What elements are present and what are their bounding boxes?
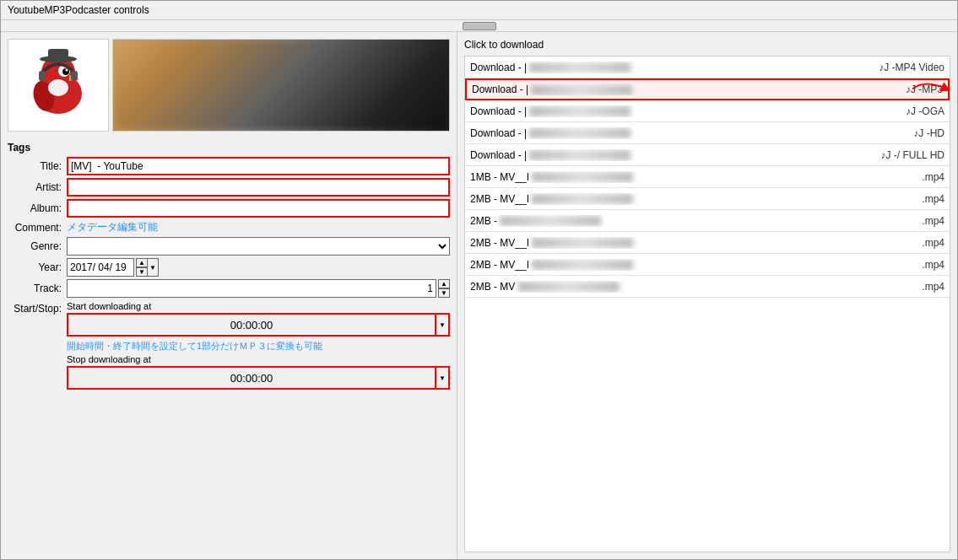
start-annotation: 開始時間・終了時間を設定して1部分だけＭＰ３に変換も可能 bbox=[67, 340, 450, 353]
scrollbar-thumb[interactable] bbox=[463, 22, 496, 30]
download-item-suffix: ♪J -MP4 Video bbox=[879, 62, 944, 73]
title-row: Title: bbox=[8, 157, 450, 175]
start-time-row: ▼ bbox=[67, 313, 450, 337]
album-row: Album: bbox=[8, 199, 450, 218]
blurred-content bbox=[532, 194, 633, 204]
track-input[interactable] bbox=[67, 279, 436, 298]
download-item[interactable]: Download - | ♪J -OGA bbox=[465, 100, 950, 122]
title-label: Title: bbox=[8, 160, 67, 172]
year-spinner: ▲ ▼ bbox=[136, 258, 148, 277]
track-spinner: ▲ ▼ bbox=[438, 279, 450, 298]
download-list: Download - | ♪J -MP4 VideoDownload - | ♪… bbox=[464, 56, 950, 552]
genre-select[interactable] bbox=[67, 237, 450, 256]
artist-row: Artist: bbox=[8, 178, 450, 197]
download-item-suffix: .mp4 bbox=[922, 215, 944, 227]
comment-row: Comment: メタデータ編集可能 bbox=[8, 220, 450, 234]
comment-label: Comment: bbox=[8, 222, 67, 234]
left-panel: Tags Title: Artist: Album: bbox=[1, 32, 457, 559]
download-item-suffix: ♪J -/ FULL HD bbox=[880, 149, 944, 161]
download-item-suffix: ♪J -HD bbox=[913, 127, 944, 139]
startstop-row: Start/Stop: Start downloading at ▼ 開始時間・… bbox=[8, 301, 450, 391]
download-item-text: Download - | bbox=[470, 105, 906, 117]
download-item[interactable]: 2MB - MV .mp4 bbox=[465, 276, 950, 298]
window-title: YoutubeMP3Podcaster controls bbox=[8, 4, 149, 16]
track-label: Track: bbox=[8, 283, 67, 294]
track-row: Track: ▲ ▼ bbox=[8, 279, 450, 298]
download-item-suffix: .mp4 bbox=[922, 193, 944, 205]
titlebar: YoutubeMP3Podcaster controls bbox=[1, 1, 957, 20]
svg-rect-3 bbox=[48, 49, 68, 61]
horizontal-scrollbar[interactable] bbox=[1, 20, 957, 32]
blurred-content bbox=[500, 216, 601, 226]
track-down-button[interactable]: ▼ bbox=[438, 288, 450, 298]
thumbnail-image bbox=[113, 40, 449, 131]
start-download-label: Start downloading at bbox=[67, 301, 450, 311]
genre-wrapper bbox=[67, 237, 450, 256]
blurred-content bbox=[532, 260, 633, 270]
download-item-suffix: .mp4 bbox=[922, 237, 944, 249]
startstop-label: Start/Stop: bbox=[8, 301, 67, 315]
start-time-input[interactable] bbox=[67, 313, 436, 337]
svg-point-6 bbox=[66, 69, 68, 72]
blurred-content bbox=[518, 282, 620, 292]
download-list-wrapper: Download - | ♪J -MP4 VideoDownload - | ♪… bbox=[464, 56, 950, 552]
download-item[interactable]: 2MB - MV__I .mp4 bbox=[465, 254, 950, 276]
year-down-button[interactable]: ▼ bbox=[136, 267, 148, 277]
genre-row: Genre: bbox=[8, 237, 450, 256]
blurred-content bbox=[532, 238, 633, 248]
download-item[interactable]: 2MB - .mp4 bbox=[465, 210, 950, 232]
download-item-text: 2MB - MV__I bbox=[470, 193, 922, 205]
download-item[interactable]: Download - | ♪J -MP4 Video bbox=[465, 57, 950, 78]
svg-point-11 bbox=[48, 79, 68, 96]
logo-area bbox=[8, 39, 109, 132]
download-item-suffix: .mp4 bbox=[922, 259, 944, 271]
startstop-controls: Start downloading at ▼ 開始時間・終了時間を設定して1部分… bbox=[67, 301, 450, 391]
download-item-text: 2MB - MV__I bbox=[470, 237, 922, 249]
start-time-dropdown-button[interactable]: ▼ bbox=[436, 313, 450, 337]
blurred-content bbox=[529, 106, 631, 116]
download-item[interactable]: 2MB - MV__I .mp4 bbox=[465, 188, 950, 210]
album-label: Album: bbox=[8, 202, 67, 214]
download-item-text: Download - | bbox=[470, 149, 880, 161]
download-item-text: Download - | bbox=[470, 127, 913, 139]
comment-value: メタデータ編集可能 bbox=[67, 220, 450, 234]
artist-label: Artist: bbox=[8, 181, 67, 193]
right-panel: Click to download Download - | ♪J -MP4 V… bbox=[457, 32, 957, 559]
blurred-content bbox=[529, 128, 631, 138]
genre-label: Genre: bbox=[8, 240, 67, 252]
stop-time-input[interactable] bbox=[67, 366, 436, 390]
svg-rect-10 bbox=[71, 71, 78, 81]
year-up-button[interactable]: ▲ bbox=[136, 258, 148, 267]
track-up-button[interactable]: ▲ bbox=[438, 279, 450, 288]
title-input[interactable] bbox=[67, 157, 450, 175]
album-input[interactable] bbox=[67, 199, 450, 218]
download-item[interactable]: Download - | ♪J -MP3保存形式MP3を選択 bbox=[465, 78, 950, 100]
tags-title: Tags bbox=[8, 142, 450, 153]
blurred-content bbox=[532, 172, 633, 182]
download-item[interactable]: 1MB - MV__I .mp4 bbox=[465, 166, 950, 188]
main-window: YoutubeMP3Podcaster controls bbox=[0, 0, 958, 560]
download-item-text: 1MB - MV__I bbox=[470, 171, 922, 183]
download-item[interactable]: Download - | ♪J -/ FULL HD bbox=[465, 144, 950, 166]
download-item-suffix: .mp4 bbox=[922, 171, 944, 183]
tags-section: Tags Title: Artist: Album: bbox=[8, 142, 450, 394]
year-dropdown-button[interactable]: ▼ bbox=[147, 258, 159, 277]
logo-bird-icon bbox=[20, 47, 96, 123]
stop-download-label: Stop downloading at bbox=[67, 354, 450, 364]
stop-time-row: ▼ bbox=[67, 366, 450, 390]
download-item-text: 2MB - bbox=[470, 215, 922, 227]
blurred-content bbox=[529, 62, 631, 73]
download-item-suffix: .mp4 bbox=[922, 281, 944, 293]
svg-rect-9 bbox=[39, 71, 46, 81]
artist-input[interactable] bbox=[67, 178, 450, 197]
header-area bbox=[8, 39, 450, 132]
thumbnail-area bbox=[112, 39, 450, 132]
year-input[interactable] bbox=[67, 258, 134, 277]
main-content: Tags Title: Artist: Album: bbox=[1, 32, 957, 559]
download-item-text: Download - | bbox=[472, 83, 906, 95]
year-row: Year: ▲ ▼ ▼ bbox=[8, 258, 450, 277]
blurred-content bbox=[529, 150, 631, 160]
download-item[interactable]: Download - | ♪J -HD bbox=[465, 122, 950, 144]
download-item[interactable]: 2MB - MV__I .mp4 bbox=[465, 232, 950, 254]
stop-time-dropdown-button[interactable]: ▼ bbox=[436, 366, 450, 390]
